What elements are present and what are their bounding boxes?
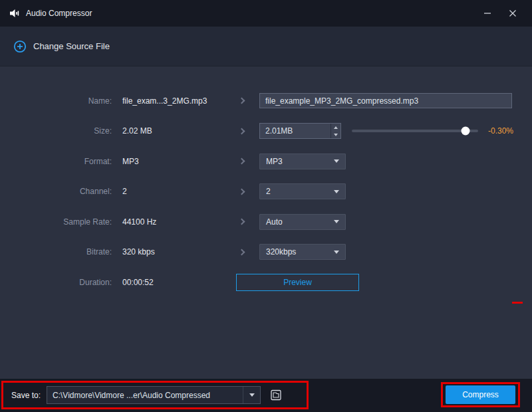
channel-label: Channel: [0,187,112,196]
plus-circle-icon [13,40,27,53]
format-label: Format: [0,157,112,166]
size-slider[interactable] [352,130,478,132]
name-current-value: file_exam...3_2MG.mp3 [122,96,235,106]
sample-rate-current-value: 44100 Hz [122,217,235,227]
close-icon [509,9,517,17]
change-source-file-label: Change Source File [33,41,110,51]
output-name-input[interactable] [259,93,512,108]
sample-rate-label: Sample Rate: [0,217,112,227]
settings-form: Name: file_exam...3_2MG.mp3 Size: 2.02 M… [0,86,532,298]
caret-down-icon [334,220,339,223]
size-decrease-button[interactable] [331,131,340,138]
channel-current-value: 2 [122,187,235,196]
size-change-percent: -0.30% [488,126,513,136]
sample-rate-row: Sample Rate: 44100 Hz Auto [0,207,532,237]
size-increase-button[interactable] [331,124,340,131]
format-row: Format: MP3 MP3 [0,146,532,177]
bitrate-row: Bitrate: 320 kbps 320kbps [0,237,532,268]
speaker-icon [9,8,20,19]
minimize-icon [483,9,491,17]
channel-row: Channel: 2 2 [0,177,532,207]
change-source-file-button[interactable]: Change Source File [13,40,110,53]
window-title: Audio Compressor [26,9,92,18]
sample-rate-select[interactable]: Auto [259,214,346,230]
bitrate-select[interactable]: 320kbps [259,244,346,260]
titlebar: Audio Compressor [0,0,532,27]
minimize-button[interactable] [477,4,497,23]
main-panel: Name: file_exam...3_2MG.mp3 Size: 2.02 M… [0,67,532,379]
caret-down-icon [334,190,339,193]
size-current-value: 2.02 MB [122,126,235,136]
name-label: Name: [0,96,112,106]
size-slider-handle[interactable] [462,127,470,136]
save-to-annotation-box: Save to: [1,381,309,409]
chevron-right-icon [238,128,245,134]
chevron-right-icon [238,188,245,195]
source-bar: Change Source File [0,27,532,66]
window-controls [477,4,523,23]
bitrate-selected-value: 320kbps [266,247,296,257]
caret-down-icon [334,251,339,254]
bitrate-current-value: 320 kbps [122,247,235,257]
size-row: Size: 2.02 MB -0.30% [0,116,532,147]
save-path-dropdown-button[interactable] [243,387,260,403]
channel-select[interactable]: 2 [259,183,346,199]
folder-icon [271,389,283,401]
chevron-right-icon [238,158,245,165]
duration-current-value: 00:00:52 [122,278,235,287]
target-size-input[interactable] [260,124,331,138]
sample-rate-selected-value: Auto [266,217,283,227]
chevron-right-icon [238,249,245,255]
caret-down-icon [249,393,255,397]
caret-down-icon [334,134,338,136]
footer-bar: Save to: Compress [0,379,532,412]
chevron-right-icon [238,219,245,225]
target-size-stepper[interactable] [259,123,341,139]
channel-selected-value: 2 [266,187,271,196]
compress-annotation-box: Compress [441,382,520,407]
chevron-right-icon [238,98,245,104]
browse-folder-button[interactable] [267,386,287,404]
save-to-label: Save to: [11,391,41,400]
save-path-input[interactable] [47,387,243,403]
compress-button[interactable]: Compress [446,385,515,404]
caret-up-icon [334,126,338,129]
save-path-field [47,386,261,404]
preview-button[interactable]: Preview [236,274,359,291]
format-current-value: MP3 [122,157,235,166]
close-button[interactable] [503,4,523,23]
bitrate-label: Bitrate: [0,247,112,257]
format-select[interactable]: MP3 [259,154,346,169]
duration-row: Duration: 00:00:52 Preview [0,267,532,298]
duration-label: Duration: [0,278,112,287]
format-selected-value: MP3 [266,157,283,166]
red-mark-annotation [512,302,523,304]
name-row: Name: file_exam...3_2MG.mp3 [0,86,532,116]
size-label: Size: [0,126,112,136]
audio-compressor-window: Audio Compressor [0,0,532,412]
caret-down-icon [334,159,339,163]
